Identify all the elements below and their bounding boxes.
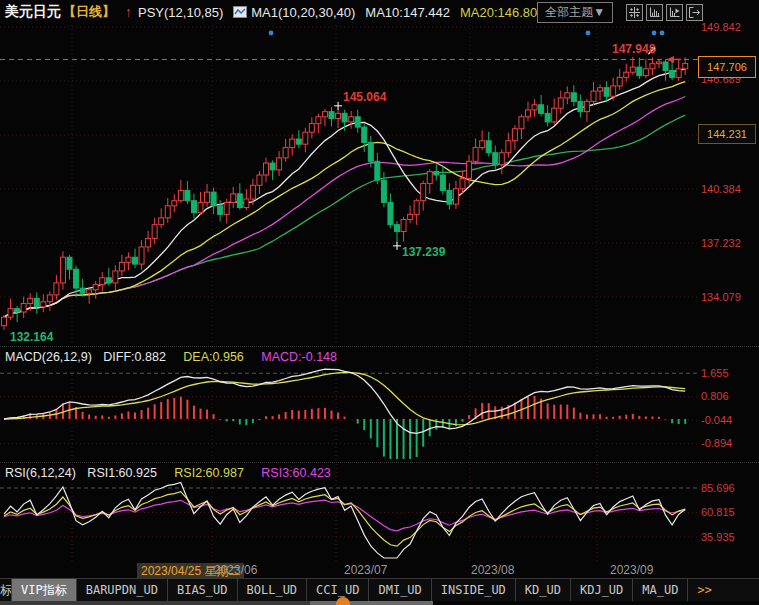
- indicator-tab-bar: 标 VIP指标 BARUPDN_UD BIAS_UD BOLL_UD CCI_U…: [0, 578, 759, 601]
- rsi-title: RSI(6,12,24): [5, 466, 76, 480]
- toolbar: 全部主题▼: [537, 2, 703, 23]
- rsi-axis-label: 35.935: [701, 531, 735, 543]
- tab-fragment[interactable]: 标: [0, 579, 12, 601]
- tab-kdj[interactable]: KDJ_UD: [571, 579, 633, 601]
- panel-separator: [0, 462, 759, 463]
- yellow-price-tag: 144.231: [698, 124, 756, 144]
- tab-boll[interactable]: BOLL_UD: [238, 579, 308, 601]
- rsi-axis-label: 85.696: [701, 482, 735, 494]
- price-axis-label: 134.079: [701, 291, 741, 303]
- macd-header: MACD(26,12,9) DIFF:0.882 DEA:0.956 MACD:…: [5, 350, 337, 364]
- macd-axis-label: 0.806: [701, 390, 729, 402]
- symbol-name: 美元日元: [5, 3, 61, 21]
- tab-vip-indicators[interactable]: VIP指标: [12, 579, 77, 601]
- horizontal-scrollbar[interactable]: [0, 601, 433, 605]
- bar-chart-tool-icon[interactable]: [646, 4, 663, 21]
- date-label: 2023/08: [471, 563, 514, 577]
- date-label: 2023/06: [214, 563, 257, 577]
- high-price-annotation: 147.948: [612, 42, 655, 56]
- more-tabs-button[interactable]: >>: [688, 579, 720, 601]
- ma-group-label: MA1(10,20,30,40): [251, 5, 355, 20]
- macd-axis-label: -0.044: [701, 414, 732, 426]
- tab-inside[interactable]: INSIDE_UD: [432, 579, 516, 601]
- psy-indicator-label: PSY(12,10,85): [138, 5, 223, 20]
- macd-chart[interactable]: [0, 347, 759, 463]
- rsi3-value: RSI3:60.423: [261, 466, 331, 480]
- current-price-tag: 147.706: [698, 56, 756, 78]
- chart-app-window: 美元日元 【日线】 ↑ PSY(12,10,85) MA1(10,20,30,4…: [0, 0, 759, 605]
- tab-barupdn[interactable]: BARUPDN_UD: [77, 579, 168, 601]
- top-bar: 美元日元 【日线】 ↑ PSY(12,10,85) MA1(10,20,30,4…: [0, 0, 759, 24]
- macd-axis-label: 1.655: [701, 367, 729, 379]
- tab-dmi[interactable]: DMI_UD: [369, 579, 431, 601]
- line-chart-icon: [233, 6, 247, 18]
- july-low-annotation: 137.239: [402, 245, 445, 259]
- macd-diff-value: DIFF:0.882: [103, 350, 166, 364]
- date-label: 2023/09: [610, 563, 653, 577]
- ma20-value: MA20:146.80: [460, 5, 537, 20]
- rsi-axis-label: 60.815: [701, 506, 735, 518]
- scrollbar-thumb[interactable]: [310, 601, 433, 605]
- chart-play-tool-icon[interactable]: [666, 4, 683, 21]
- macd-axis-label: -0.894: [701, 437, 732, 449]
- date-label: 2023/07: [344, 563, 387, 577]
- tab-bias[interactable]: BIAS_UD: [168, 579, 238, 601]
- rsi1-value: RSI1:60.925: [87, 466, 157, 480]
- price-axis-label: 140.384: [701, 183, 741, 195]
- candlestick-chart[interactable]: ↗: [0, 25, 759, 346]
- macd-title: MACD(26,12,9): [5, 350, 92, 364]
- date-axis: 2023/04/25 星期二 2023/06 2023/07 2023/08 2…: [0, 562, 759, 578]
- macd-dea-value: DEA:0.956: [183, 350, 243, 364]
- scrollbar-knob[interactable]: [336, 597, 350, 605]
- period-tag: 【日线】: [63, 3, 115, 21]
- macd-value: MACD:-0.148: [261, 350, 337, 364]
- tab-kd[interactable]: KD_UD: [516, 579, 571, 601]
- start-low-annotation: 132.164: [10, 330, 53, 344]
- price-axis-label: 137.232: [701, 237, 741, 249]
- ma10-value: MA10:147.442: [365, 5, 450, 20]
- up-arrow-icon: ↑: [125, 4, 132, 20]
- rsi-header: RSI(6,12,24) RSI1:60.925 RSI2:60.987 RSI…: [5, 466, 331, 480]
- tab-ma[interactable]: MA_UD: [633, 579, 688, 601]
- crosshair-icon[interactable]: [626, 4, 643, 21]
- june-high-annotation: 145.064: [343, 90, 386, 104]
- price-axis-label: 149.842: [701, 21, 741, 33]
- rsi2-value: RSI2:60.987: [174, 466, 244, 480]
- exit-tool-icon[interactable]: [686, 4, 703, 21]
- theme-dropdown-button[interactable]: 全部主题▼: [537, 2, 613, 23]
